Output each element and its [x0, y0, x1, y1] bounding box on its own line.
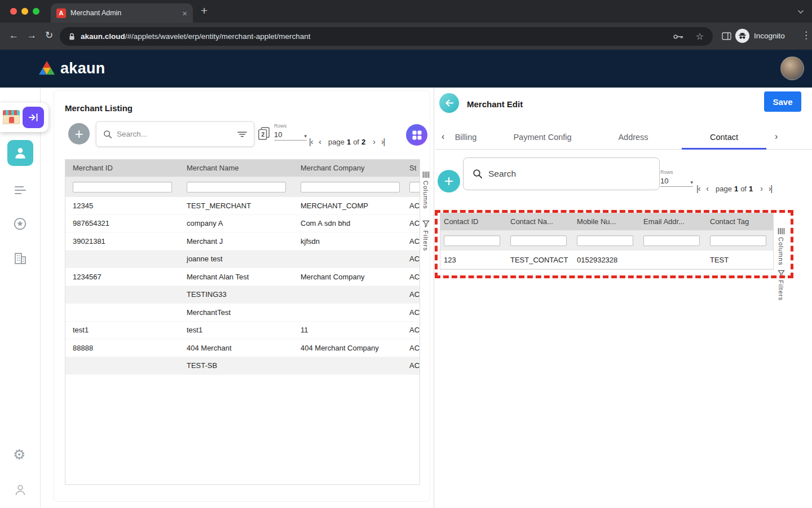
merchant-table-header: Merchant ID Merchant Name Merchant Compa… — [65, 160, 420, 177]
filters-rail-tab[interactable]: Filters — [422, 220, 430, 251]
table-row[interactable]: test1 test1 11 AC — [65, 322, 420, 340]
column-header-email[interactable]: Email Addr... — [640, 213, 707, 230]
tab-payment-config[interactable]: Payment Config — [513, 133, 571, 142]
columns-rail-label: Columns — [422, 181, 429, 209]
contact-search-input[interactable] — [488, 169, 650, 179]
pagination-first-icon[interactable]: |‹ — [696, 184, 700, 193]
table-row[interactable]: 39021381 Merchant J kjfsdn AC — [65, 233, 420, 251]
filter-input-contact-id[interactable] — [444, 235, 500, 246]
contact-search-box — [463, 157, 660, 190]
browser-reload-button[interactable]: ↻ — [45, 30, 53, 41]
column-header-merchant-name[interactable]: Merchant Name — [179, 160, 293, 177]
sidebar-item-favorites[interactable] — [13, 217, 27, 233]
open-applet-button[interactable] — [23, 107, 44, 128]
column-header-status[interactable]: St — [407, 160, 420, 177]
browser-forward-button[interactable]: → — [27, 30, 37, 41]
filter-input-email[interactable] — [643, 235, 700, 246]
pagination-first-icon[interactable]: |‹ — [309, 137, 312, 146]
table-row[interactable]: joanne test AC — [65, 251, 420, 269]
key-icon[interactable] — [673, 34, 683, 40]
sidebar-item-company[interactable] — [14, 252, 27, 267]
table-row[interactable]: 12345 TEST_MERCHANT MERCHANT_COMP AC — [65, 197, 420, 215]
table-row[interactable]: MerchantTest AC — [65, 304, 420, 322]
filter-input-merchant-name[interactable] — [187, 182, 286, 192]
person-outline-icon — [14, 484, 27, 496]
merchant-search-input[interactable] — [117, 130, 233, 138]
filter-input-status[interactable] — [409, 182, 420, 192]
filter-input-merchant-id[interactable] — [73, 182, 172, 192]
pagination-last-icon[interactable]: ›| — [769, 184, 772, 193]
tab-address[interactable]: Address — [618, 133, 648, 142]
back-button[interactable] — [439, 93, 459, 113]
browser-back-button[interactable]: ← — [9, 30, 19, 41]
filters-rail-tab[interactable]: Filters — [778, 270, 785, 301]
user-avatar[interactable] — [780, 56, 804, 80]
funnel-icon — [422, 220, 430, 227]
column-header-mobile[interactable]: Mobile Nu... — [573, 213, 640, 230]
add-contact-button[interactable]: + — [438, 170, 460, 192]
save-button[interactable]: Save — [764, 91, 801, 112]
columns-rail-tab[interactable]: Columns — [778, 228, 785, 265]
window-zoom-button[interactable] — [33, 8, 39, 15]
table-row[interactable]: TESTING33 AC — [65, 286, 420, 304]
pinned-applet-card[interactable] — [0, 103, 48, 132]
filter-input-merchant-company[interactable] — [301, 182, 400, 192]
table-row[interactable]: TEST-SB AC — [65, 357, 420, 375]
rows-per-page-select[interactable]: 10 ▾ — [274, 130, 307, 141]
tabs-scroll-left-icon[interactable]: ‹ — [442, 132, 444, 142]
column-header-merchant-company[interactable]: Merchant Company — [293, 160, 407, 177]
browser-menu-icon[interactable]: ⋮ — [801, 30, 811, 41]
filter-input-contact-tag[interactable] — [710, 235, 766, 246]
cell-merchant-company: Merchant Company — [293, 273, 407, 281]
tab-close-icon[interactable]: × — [182, 9, 187, 17]
column-header-contact-name[interactable]: Contact Na... — [507, 213, 573, 230]
cell-merchant-name: TEST-SB — [179, 361, 293, 370]
grid-view-button[interactable] — [406, 124, 427, 146]
bookmark-star-icon[interactable]: ☆ — [696, 32, 704, 41]
new-tab-button[interactable]: + — [201, 4, 208, 17]
tabs-scroll-right-icon[interactable]: › — [775, 132, 778, 142]
star-circle-icon — [13, 217, 27, 231]
filter-list-icon[interactable] — [237, 131, 247, 138]
pagination-next-icon[interactable]: › — [760, 184, 762, 193]
rows-label: Rows — [660, 169, 693, 175]
filter-input-mobile[interactable] — [577, 235, 633, 246]
contact-pagination: |‹ ‹ page1of1 › ›| — [696, 184, 772, 193]
person-icon — [13, 146, 28, 160]
columns-icon — [422, 172, 430, 178]
window-minimize-button[interactable] — [21, 8, 28, 15]
merchant-table: Merchant ID Merchant Name Merchant Compa… — [65, 159, 420, 485]
browser-toolbar: ← → ↻ akaun.cloud /#/applets/wavelet/erp… — [0, 23, 812, 50]
filter-input-contact-name[interactable] — [510, 235, 567, 246]
settings-gear-icon[interactable]: ⚙ — [13, 448, 25, 462]
table-row[interactable]: 987654321 company A Com A sdn bhd AC — [65, 215, 420, 233]
table-row[interactable]: 88888 404 Merchant 404 Merchant Company … — [65, 339, 420, 357]
cell-status: AC — [407, 219, 420, 227]
pagination-last-icon[interactable]: ›| — [381, 137, 385, 146]
cell-status: AC — [407, 344, 420, 352]
browser-tab[interactable]: A Merchant Admin × — [51, 3, 193, 23]
column-header-contact-id[interactable]: Contact ID — [440, 213, 507, 230]
add-merchant-button[interactable]: + — [68, 123, 90, 144]
window-close-button[interactable] — [10, 8, 17, 15]
sidebar-item-merchant[interactable] — [7, 140, 33, 166]
url-bar[interactable]: akaun.cloud /#/applets/wavelet/erp/entit… — [60, 27, 713, 46]
table-row[interactable]: 123 TEST_CONTACT 0152932328 TEST — [440, 251, 773, 269]
pagination-prev-icon[interactable]: ‹ — [706, 184, 708, 193]
cell-contact-tag: TEST — [707, 256, 773, 264]
tab-list-chevron-icon[interactable] — [797, 10, 804, 14]
cell-merchant-company: 11 — [293, 326, 407, 334]
columns-rail-tab[interactable]: Columns — [422, 172, 430, 209]
pagination-prev-icon[interactable]: ‹ — [319, 137, 321, 146]
page-indicator: page1of1 — [714, 185, 754, 193]
rows-per-page-select[interactable]: 10 ▾ — [660, 177, 693, 187]
sidebar-item-listing[interactable] — [14, 185, 27, 198]
tab-billing[interactable]: Billing — [455, 133, 477, 142]
tab-contact[interactable]: Contact — [710, 133, 738, 142]
table-row[interactable]: 1234567 Merchant Alan Test Merchant Comp… — [65, 268, 420, 286]
column-header-merchant-id[interactable]: Merchant ID — [65, 160, 179, 177]
pagination-next-icon[interactable]: › — [373, 137, 375, 146]
column-header-contact-tag[interactable]: Contact Tag — [707, 213, 773, 230]
side-panel-icon[interactable] — [722, 32, 731, 40]
account-icon[interactable] — [14, 484, 27, 498]
